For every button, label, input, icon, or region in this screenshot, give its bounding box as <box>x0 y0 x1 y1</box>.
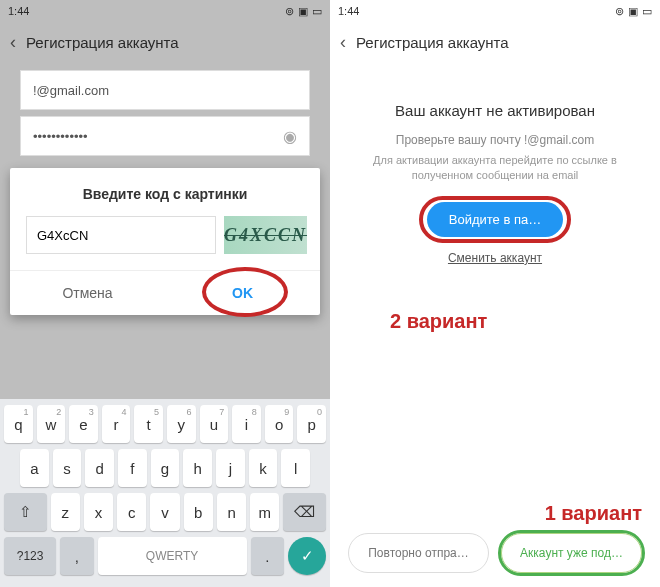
status-bar: 1:44 ⊚ ▣ ▭ <box>0 0 330 22</box>
page-title: Регистрация аккаунта <box>26 34 179 51</box>
backspace-key[interactable]: ⌫ <box>283 493 326 531</box>
key-o[interactable]: o9 <box>265 405 294 443</box>
period-key[interactable]: . <box>251 537 285 575</box>
password-field[interactable]: •••••••••••• ◉ <box>20 116 310 156</box>
back-icon[interactable]: ‹ <box>340 32 346 53</box>
phone-right-activation: 1:44 ⊚ ▣ ▭ ‹ Регистрация аккаунта Ваш ак… <box>330 0 660 587</box>
key-i[interactable]: i8 <box>232 405 261 443</box>
keyboard: q1w2e3r4t5y6u7i8o9p0 asdfghjkl ⇧ zxcvbnm… <box>0 399 330 587</box>
wifi-icon: ⊚ <box>615 5 624 18</box>
captcha-image[interactable]: G4XCCN <box>224 216 307 254</box>
annotation-variant2: 2 вариант <box>390 310 487 333</box>
key-j[interactable]: j <box>216 449 245 487</box>
symbols-key[interactable]: ?123 <box>4 537 56 575</box>
key-t[interactable]: t5 <box>134 405 163 443</box>
modal-title: Введите код с картинки <box>10 168 320 216</box>
key-n[interactable]: n <box>217 493 246 531</box>
signal-icon: ▣ <box>628 5 638 18</box>
key-d[interactable]: d <box>85 449 114 487</box>
key-u[interactable]: u7 <box>200 405 229 443</box>
header: ‹ Регистрация аккаунта <box>0 22 330 62</box>
account-confirmed-button[interactable]: Аккаунт уже под… <box>501 533 642 573</box>
key-q[interactable]: q1 <box>4 405 33 443</box>
key-c[interactable]: c <box>117 493 146 531</box>
key-b[interactable]: b <box>184 493 213 531</box>
change-account-link[interactable]: Сменить аккаунт <box>448 251 542 265</box>
cancel-button[interactable]: Отмена <box>10 271 165 315</box>
ok-button[interactable]: OK <box>165 271 320 315</box>
back-icon[interactable]: ‹ <box>10 32 16 53</box>
key-g[interactable]: g <box>151 449 180 487</box>
key-l[interactable]: l <box>281 449 310 487</box>
comma-key[interactable]: , <box>60 537 94 575</box>
key-y[interactable]: y6 <box>167 405 196 443</box>
enter-key[interactable]: ✓ <box>288 537 326 575</box>
battery-icon: ▭ <box>642 5 652 18</box>
status-icons: ⊚ ▣ ▭ <box>615 5 652 18</box>
status-icons: ⊚ ▣ ▭ <box>285 5 322 18</box>
key-v[interactable]: v <box>150 493 179 531</box>
check-email-text: Проверьте вашу почту !@gmail.com <box>360 133 630 147</box>
key-w[interactable]: w2 <box>37 405 66 443</box>
key-f[interactable]: f <box>118 449 147 487</box>
key-x[interactable]: x <box>84 493 113 531</box>
resend-button[interactable]: Повторно отпра… <box>348 533 489 573</box>
shift-key[interactable]: ⇧ <box>4 493 47 531</box>
captcha-input[interactable] <box>26 216 216 254</box>
email-field[interactable]: !@gmail.com <box>20 70 310 110</box>
key-s[interactable]: s <box>53 449 82 487</box>
signal-icon: ▣ <box>298 5 308 18</box>
status-bar: 1:44 ⊚ ▣ ▭ <box>330 0 660 22</box>
wifi-icon: ⊚ <box>285 5 294 18</box>
phone-left-captcha: 1:44 ⊚ ▣ ▭ ‹ Регистрация аккаунта !@gmai… <box>0 0 330 587</box>
captcha-modal: Введите код с картинки G4XCCN Отмена OK <box>10 168 320 315</box>
battery-icon: ▭ <box>312 5 322 18</box>
login-button[interactable]: Войдите в па… <box>427 202 563 237</box>
space-key[interactable]: QWERTY <box>98 537 247 575</box>
activation-description: Для активации аккаунта перейдите по ссыл… <box>360 153 630 184</box>
header: ‹ Регистрация аккаунта <box>330 22 660 62</box>
status-time: 1:44 <box>338 5 359 17</box>
key-z[interactable]: z <box>51 493 80 531</box>
key-h[interactable]: h <box>183 449 212 487</box>
key-e[interactable]: e3 <box>69 405 98 443</box>
activation-title: Ваш аккаунт не активирован <box>360 102 630 119</box>
key-a[interactable]: a <box>20 449 49 487</box>
annotation-variant1: 1 вариант <box>545 502 642 525</box>
key-k[interactable]: k <box>249 449 278 487</box>
key-p[interactable]: p0 <box>297 405 326 443</box>
status-time: 1:44 <box>8 5 29 17</box>
key-r[interactable]: r4 <box>102 405 131 443</box>
page-title: Регистрация аккаунта <box>356 34 509 51</box>
key-m[interactable]: m <box>250 493 279 531</box>
eye-icon[interactable]: ◉ <box>283 127 297 146</box>
